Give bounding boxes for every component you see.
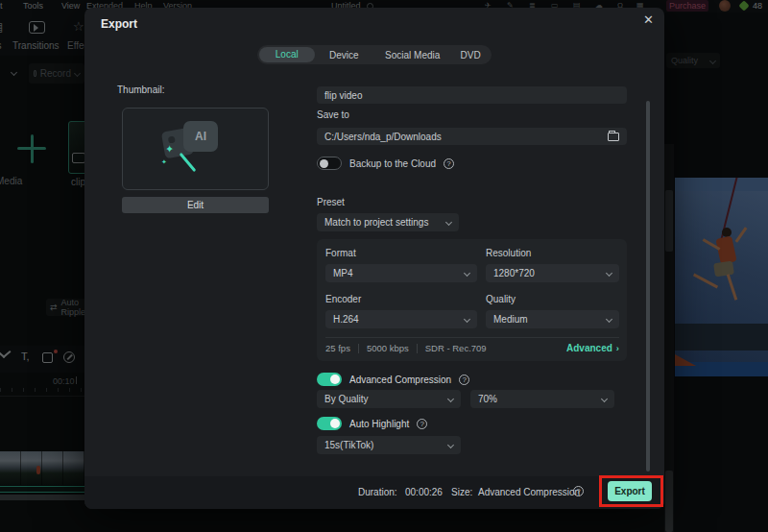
edit-thumbnail-button[interactable]: Edit: [122, 197, 269, 213]
compression-toggle[interactable]: [317, 373, 342, 386]
encoder-dropdown[interactable]: H.264: [325, 310, 477, 328]
resolution-dropdown[interactable]: 1280*720: [486, 264, 619, 282]
backup-label: Backup to the Cloud: [349, 158, 436, 169]
auto-highlight-label: Auto Highlight: [349, 419, 409, 429]
backup-toggle[interactable]: [317, 157, 342, 170]
duration-value: 00:00:26: [405, 487, 443, 497]
duration-label: Duration:: [358, 487, 397, 497]
preset-label: Preset: [317, 197, 345, 207]
save-path-input[interactable]: C:/Users/nda_p/Downloads: [317, 128, 627, 145]
colorspace-value: SDR - Rec.709: [425, 343, 487, 353]
sparkle-icon-large: ✦: [165, 143, 174, 156]
compression-row: Advanced Compression ?: [317, 373, 469, 386]
compression-mode-dropdown[interactable]: By Quality: [317, 390, 461, 408]
compression-mode-value: By Quality: [324, 394, 369, 404]
close-icon[interactable]: ✕: [643, 12, 654, 27]
magic-wand-icon: [180, 153, 197, 172]
encoder-value: H.264: [333, 314, 359, 325]
quality-value: Medium: [493, 314, 528, 325]
annotation-rectangle: [599, 475, 663, 507]
format-value: MP4: [333, 268, 353, 278]
dialog-scrollbar[interactable]: [646, 101, 650, 472]
format-label: Format: [325, 248, 356, 258]
size-value: Advanced Compression: [478, 487, 580, 497]
resolution-value: 1280*720: [493, 268, 535, 278]
compression-help-icon[interactable]: ?: [459, 375, 469, 385]
auto-highlight-dropdown[interactable]: 15s(TikTok): [317, 436, 461, 454]
preset-value: Match to project settings: [324, 217, 428, 228]
auto-highlight-toggle[interactable]: [317, 417, 342, 430]
advanced-link[interactable]: Advanced: [566, 343, 612, 353]
compression-percent-value: 70%: [478, 394, 497, 404]
backup-row: Backup to the Cloud ?: [317, 157, 454, 170]
tab-device[interactable]: Device: [315, 50, 373, 60]
dialog-footer: Duration: 00:00:26 Size: Advanced Compre…: [84, 476, 664, 509]
stream-info-row: 25 fps 5000 kbps SDR - Rec.709 Advanced …: [325, 343, 619, 353]
tab-local[interactable]: Local: [259, 47, 315, 62]
folder-icon[interactable]: [608, 133, 619, 141]
save-path-value: C:/Users/nda_p/Downloads: [324, 132, 442, 142]
auto-highlight-row: Auto Highlight ?: [317, 417, 427, 430]
auto-highlight-value: 15s(TikTok): [324, 440, 373, 450]
tab-social-media[interactable]: Social Media: [373, 50, 451, 60]
quality-dropdown[interactable]: Medium: [486, 310, 619, 328]
fps-value: 25 fps: [325, 343, 350, 353]
backup-help-icon[interactable]: ?: [444, 158, 454, 169]
sparkle-icon-small: ✦: [161, 158, 167, 166]
encoder-label: Encoder: [325, 294, 361, 304]
thumbnail-label: Thumbnail:: [117, 85, 164, 95]
settings-panel: Format Resolution MP4 1280*720 Encoder Q…: [317, 239, 627, 361]
save-to-label: Save to: [317, 109, 349, 120]
preset-dropdown[interactable]: Match to project settings: [317, 213, 459, 231]
auto-highlight-help-icon[interactable]: ?: [417, 419, 427, 429]
ai-badge: AI: [183, 121, 218, 152]
size-help-icon[interactable]: ?: [573, 486, 584, 496]
compression-label: Advanced Compression: [349, 375, 451, 385]
tab-dvd[interactable]: DVD: [451, 50, 490, 60]
export-tab-bar: Local Device Social Media DVD: [257, 45, 492, 64]
panel-divider: [325, 337, 619, 338]
quality-label: Quality: [486, 294, 516, 304]
size-label: Size:: [451, 487, 472, 497]
export-dialog: Export ✕ Local Device Social Media DVD T…: [84, 8, 664, 509]
resolution-label: Resolution: [486, 248, 531, 258]
thumbnail-preview[interactable]: AI ✦ ✦: [122, 108, 269, 190]
dialog-title: Export: [101, 17, 137, 31]
app-window: Edit Tools View Extended Help Version Un…: [0, 0, 768, 532]
format-dropdown[interactable]: MP4: [325, 264, 477, 282]
compression-percent-dropdown[interactable]: 70%: [470, 390, 614, 408]
bitrate-value: 5000 kbps: [367, 343, 409, 353]
advanced-arrow-icon[interactable]: ›: [616, 343, 619, 353]
filename-input[interactable]: flip video: [317, 86, 627, 104]
